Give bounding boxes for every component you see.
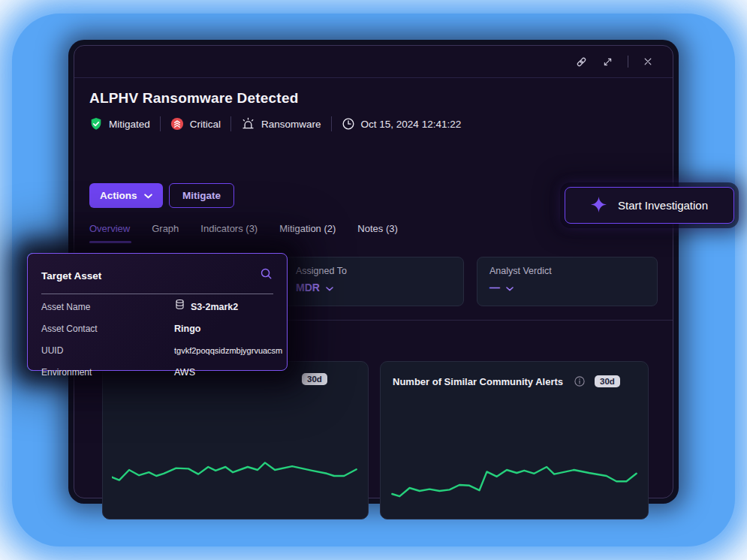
page: ALPHV Ransomware Detected Mitigated (0, 0, 747, 560)
tab-indicators[interactable]: Indicators (3) (200, 223, 258, 243)
popup-divider (41, 294, 273, 294)
topbar-divider (628, 56, 628, 68)
start-investigation-label: Start Investigation (618, 199, 708, 212)
analyst-verdict-card: Analyst Verdict — (477, 257, 658, 306)
status-badge-mitigated: Mitigated (89, 117, 150, 131)
chevron-down-icon (326, 282, 333, 294)
badge-separator (230, 116, 231, 131)
info-icon[interactable] (574, 375, 586, 387)
sparkle-icon (591, 197, 607, 215)
chart-header: Number of Similar Community Alerts 30d (393, 375, 636, 387)
row-label: Asset Contact (41, 324, 98, 334)
tab-mitigation[interactable]: Mitigation (2) (279, 223, 336, 243)
assigned-to-card: Assigned To MDR (283, 257, 464, 306)
card-label: Analyst Verdict (489, 266, 645, 276)
assigned-to-value: MDR (296, 282, 320, 294)
card-label: Assigned To (296, 266, 451, 276)
analyst-verdict-dropdown[interactable]: — (489, 282, 514, 294)
badge-separator (160, 116, 161, 131)
alert-title: ALPHV Ransomware Detected (89, 90, 298, 107)
tab-bar: Overview Graph Indicators (3) Mitigation… (89, 223, 398, 243)
target-asset-popup: Target Asset Asset Name S3-2ma (27, 253, 288, 371)
asset-name-value: S3-2mark2 (174, 299, 238, 316)
row-label: Asset Name (41, 302, 90, 312)
actions-button-label: Actions (100, 190, 137, 201)
alert-badge-row: Mitigated Critical (89, 116, 461, 132)
sparkline-chart (390, 452, 639, 512)
row-label: UUID (41, 345, 63, 356)
type-badge-ransomware: Ransomware (241, 117, 321, 131)
tab-notes[interactable]: Notes (3) (357, 223, 397, 243)
asset-name-row: Asset Name S3-2mark2 (41, 299, 273, 316)
search-icon[interactable] (260, 267, 273, 284)
badge-label: Critical (190, 119, 221, 130)
severity-badge-critical: Critical (170, 117, 221, 131)
expand-icon[interactable] (602, 56, 613, 68)
chevron-down-icon (144, 190, 152, 201)
asset-name-text: S3-2mark2 (191, 299, 238, 316)
row-label: Environment (41, 367, 92, 378)
asset-contact-value: Ringo (174, 321, 200, 338)
badge-label: Oct 15, 2024 12:41:22 (361, 119, 462, 130)
sparkline-chart (112, 452, 359, 512)
close-icon[interactable] (643, 56, 653, 67)
badge-label: Mitigated (109, 119, 150, 130)
chart-card-community-alerts: Number of Similar Community Alerts 30d (380, 361, 649, 519)
tab-overview[interactable]: Overview (89, 223, 130, 243)
environment-row: Environment AWS (41, 364, 273, 381)
badge-label: Ransomware (261, 119, 321, 130)
analyst-verdict-value: — (489, 282, 500, 294)
popup-header: Target Asset (41, 267, 273, 284)
range-badge-30d[interactable]: 30d (595, 375, 620, 387)
chevron-down-icon (506, 282, 514, 294)
severity-critical-icon (170, 117, 184, 131)
mitigate-button-label: Mitigate (182, 190, 221, 201)
actions-button[interactable]: Actions (89, 183, 163, 208)
badge-separator (331, 116, 332, 131)
window-topbar (74, 46, 673, 78)
shield-check-icon (89, 117, 103, 131)
chart-card-left: 30d (102, 361, 369, 519)
siren-icon (241, 117, 255, 131)
assigned-to-dropdown[interactable]: MDR (296, 282, 333, 294)
uuid-row: UUID tgvkf2poqqsidzmbjygrvuacsm (41, 342, 273, 360)
popup-title: Target Asset (41, 270, 101, 282)
database-icon (174, 299, 185, 316)
start-investigation-button[interactable]: Start Investigation (565, 187, 734, 224)
link-icon[interactable] (575, 56, 588, 68)
mitigate-button[interactable]: Mitigate (169, 183, 234, 208)
asset-contact-row: Asset Contact Ringo (41, 321, 273, 338)
range-badge-30d[interactable]: 30d (302, 373, 327, 385)
clock-icon (342, 117, 355, 131)
chart-card-row: 30d Number of Similar Community Alerts (89, 361, 649, 519)
uuid-value: tgvkf2poqqsidzmbjygrvuacsm (174, 342, 282, 360)
chart-title: Number of Similar Community Alerts (393, 376, 563, 387)
environment-value: AWS (174, 364, 195, 381)
tab-graph[interactable]: Graph (152, 223, 179, 243)
timestamp-badge: Oct 15, 2024 12:41:22 (342, 117, 462, 131)
